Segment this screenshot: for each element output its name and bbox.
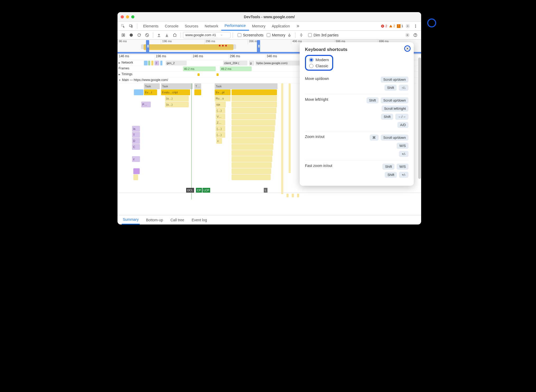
overview-tick: 196 ms [161,40,204,44]
detail-tab-call-tree[interactable]: Call tree [170,216,185,224]
key-cap: +/- [399,151,408,157]
kebab-menu-icon[interactable] [412,23,419,30]
key-cap: ↑/↓ [399,85,408,91]
help-icon[interactable] [412,31,419,39]
shortcut-label: Zoom in/out [305,135,325,139]
key-cap: W/S [397,164,408,170]
svg-point-6 [415,26,416,26]
keyboard-shortcuts-panel: Keyboard shortcuts Modern Classic Move u… [300,42,414,186]
key-cap: A/D [397,122,408,128]
info-count: 1 [401,24,403,28]
svg-point-10 [407,35,408,36]
key-cap: Scroll up/down [381,135,408,141]
ruler-tick: 246 ms [191,54,228,60]
overview-handle-right[interactable] [257,40,260,52]
ruler-tick: 296 ms [228,54,265,60]
main-label: Main — https://www.google.com/ [117,78,169,83]
dim-3rd-checkbox[interactable]: Dim 3rd parties [308,33,338,37]
chevron-down-icon [220,34,223,36]
tab-performance[interactable]: Performance [221,22,249,31]
perf-toolbar: www.google.com #1 Screenshots Memory Dim… [117,31,421,40]
main-tabbar: ElementsConsoleSourcesNetworkPerformance… [117,22,421,31]
cp-marker: CP [196,188,202,193]
record-icon[interactable] [128,31,135,39]
lcp-marker: LCP [203,188,210,193]
recording-label: www.google.com #1 [185,33,216,37]
svg-rect-0 [121,25,123,26]
recording-selector[interactable]: www.google.com #1 [183,32,231,38]
key-cap: Scroll left/right [382,106,408,112]
settings-gear-icon[interactable] [404,23,411,30]
key-cap: Scroll up/down [381,77,408,83]
inspect-icon[interactable] [120,23,126,30]
overview-tick: 396 ms [248,40,291,44]
home-icon[interactable] [171,31,178,39]
panel-title: Keyboard shortcuts [305,47,408,52]
key-cap: Shift [366,97,379,103]
shortcut-mode-radios: Modern Classic [305,55,333,71]
overview-tick: 96 ms [117,40,161,44]
radio-modern[interactable]: Modern [309,58,329,62]
tab-application[interactable]: Application [269,22,293,31]
svg-point-12 [415,36,416,36]
key-cap: W/S [397,143,408,149]
upload-icon[interactable] [155,31,163,39]
shortcut-row: Zoom in/out⌘Scroll up/downW/S+/- [305,131,408,160]
more-tabs-icon[interactable] [294,23,301,30]
key-cap: +/- [399,172,408,178]
reload-icon[interactable] [135,31,143,39]
l-marker: L [264,188,267,193]
overview-tick: 296 ms [204,40,248,44]
detail-tab-bottom-up[interactable]: Bottom-up [145,216,164,224]
issues-badges[interactable]: 2 2 !1 [381,24,403,28]
dcl-marker: DCL [186,188,194,193]
download-icon[interactable] [163,31,171,39]
key-cap: Shift [382,164,394,170]
gc-broom-icon[interactable] [286,31,293,39]
svg-point-7 [415,27,416,27]
detail-tab-summary[interactable]: Summary [122,215,140,224]
key-cap: ←/→ [395,114,408,120]
key-cap: Shift [384,85,397,91]
svg-point-5 [415,25,416,25]
timings-label: Timings [117,72,144,77]
tab-sources[interactable]: Sources [182,22,201,31]
tab-console[interactable]: Console [162,22,181,31]
frames-label: Frames [117,66,144,71]
tab-memory[interactable]: Memory [249,22,269,31]
shortcut-label: Move left/right [305,97,328,102]
overview-handle-left[interactable] [146,40,149,52]
help-button-highlight [427,18,436,27]
radio-classic[interactable]: Classic [309,64,329,68]
warn-count: 2 [393,24,395,28]
ruler-tick: 196 ms [154,54,191,60]
tab-network[interactable]: Network [201,22,221,31]
record-toggle-icon[interactable] [120,31,127,39]
memory-checkbox[interactable]: Memory [267,33,285,37]
window-titlebar: DevTools - www.google.com/ [117,12,421,22]
shortcut-row: Move up/downScroll up/downShift↑/↓ [305,73,408,94]
tab-elements[interactable]: Elements [140,22,162,31]
shortcut-label: Move up/down [305,77,329,81]
scrollbar-thumb[interactable] [418,58,421,179]
detail-tab-event-log[interactable]: Event log [191,216,208,224]
key-cap: ⌘ [370,135,379,141]
svg-point-4 [407,26,408,27]
collapse-icon[interactable] [298,31,305,39]
ruler-tick: 146 ms [117,54,154,60]
screenshots-checkbox[interactable]: Screenshots [238,33,264,37]
clear-icon[interactable] [143,31,151,39]
window-title: DevTools - www.google.com/ [117,15,421,19]
panel-settings-icon[interactable] [404,31,411,39]
key-cap: Shift [385,172,397,178]
key-cap: Scroll up/down [381,97,408,103]
shortcut-row: Fast zoom in/outShiftW/SShift+/- [305,160,408,181]
network-label: Network [117,60,144,66]
shortcut-row: Move left/rightShiftScroll up/downScroll… [305,94,408,131]
shortcut-label: Fast zoom in/out [305,164,332,168]
device-toggle-icon[interactable] [128,23,134,30]
key-cap: Shift [381,114,393,120]
ruler-tick: 346 ms [265,54,302,60]
panel-close-button[interactable] [404,45,411,52]
details-tabbar: SummaryBottom-upCall treeEvent log [117,215,421,224]
